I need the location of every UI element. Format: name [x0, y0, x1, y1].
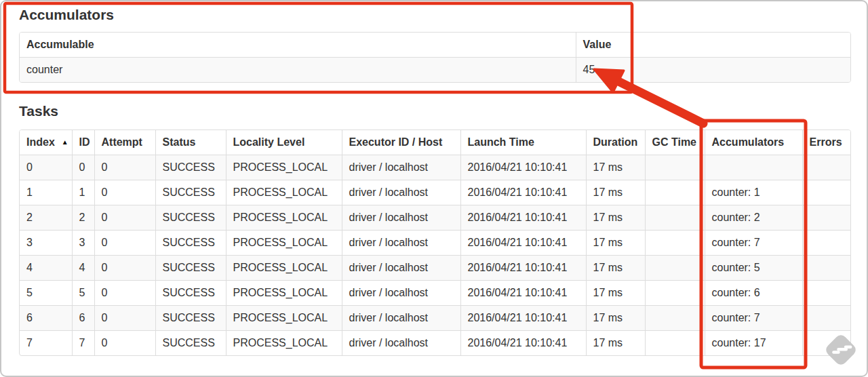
cell-status: SUCCESS	[155, 231, 226, 256]
cell-id: 6	[72, 306, 94, 331]
col-header-id[interactable]: ID	[72, 130, 94, 155]
col-header-errors[interactable]: Errors	[802, 130, 851, 155]
col-header-duration[interactable]: Duration	[586, 130, 645, 155]
cell-locality: PROCESS_LOCAL	[226, 281, 342, 306]
cell-locality: PROCESS_LOCAL	[226, 205, 342, 231]
cell-status: SUCCESS	[155, 256, 226, 281]
cell-launch: 2016/04/21 10:10:41	[460, 180, 586, 205]
col-header-index[interactable]: Index▲	[20, 130, 72, 155]
col-header-value[interactable]: Value	[576, 33, 851, 58]
cell-executor: driver / localhost	[342, 331, 460, 356]
cell-gc	[645, 281, 705, 306]
cell-status: SUCCESS	[155, 306, 226, 331]
cell-index: 7	[20, 331, 72, 356]
cell-status: SUCCESS	[155, 205, 226, 231]
cell-errors	[802, 281, 851, 306]
cell-launch: 2016/04/21 10:10:41	[460, 231, 586, 256]
table-row: 550SUCCESSPROCESS_LOCALdriver / localhos…	[20, 281, 851, 306]
cell-accumulators	[705, 155, 802, 180]
cell-launch: 2016/04/21 10:10:41	[460, 281, 586, 306]
cell-gc	[645, 331, 705, 356]
cell-executor: driver / localhost	[342, 155, 460, 180]
cell-locality: PROCESS_LOCAL	[226, 306, 342, 331]
cell-id: 4	[72, 256, 94, 281]
cell-index: 2	[20, 205, 72, 231]
cell-errors	[802, 155, 851, 180]
tasks-header-row: Index▲ ID Attempt Status Locality Level …	[20, 130, 851, 155]
cell-attempt: 0	[94, 180, 155, 205]
cell-launch: 2016/04/21 10:10:41	[460, 256, 586, 281]
cell-attempt: 0	[94, 205, 155, 231]
cell-status: SUCCESS	[155, 180, 226, 205]
cell-id: 7	[72, 331, 94, 356]
cell-executor: driver / localhost	[342, 306, 460, 331]
col-header-status[interactable]: Status	[155, 130, 226, 155]
cell-duration: 17 ms	[586, 281, 645, 306]
col-header-attempt[interactable]: Attempt	[94, 130, 155, 155]
accumulators-header-row: Accumulable Value	[20, 33, 851, 58]
cell-locality: PROCESS_LOCAL	[226, 155, 342, 180]
cell-index: 1	[20, 180, 72, 205]
cell-index: 6	[20, 306, 72, 331]
cell-status: SUCCESS	[155, 331, 226, 356]
cell-executor: driver / localhost	[342, 256, 460, 281]
cell-index: 0	[20, 155, 72, 180]
cell-gc	[645, 155, 705, 180]
table-row: counter 45	[20, 58, 851, 83]
table-row: 660SUCCESSPROCESS_LOCALdriver / localhos…	[20, 306, 851, 331]
cell-id: 0	[72, 155, 94, 180]
cell-index: 5	[20, 281, 72, 306]
tasks-tbody: 000SUCCESSPROCESS_LOCALdriver / localhos…	[20, 155, 851, 356]
cell-errors	[802, 205, 851, 231]
cell-accumulators: counter: 5	[705, 256, 802, 281]
cell-duration: 17 ms	[586, 155, 645, 180]
cell-errors	[802, 331, 851, 356]
accumulators-heading: Accumulators	[19, 7, 851, 22]
cell-locality: PROCESS_LOCAL	[226, 331, 342, 356]
col-header-accumulators[interactable]: Accumulators	[705, 130, 802, 155]
cell-gc	[645, 180, 705, 205]
cell-attempt: 0	[94, 281, 155, 306]
tasks-table: Index▲ ID Attempt Status Locality Level …	[19, 130, 851, 356]
cell-status: SUCCESS	[155, 281, 226, 306]
sort-ascending-icon: ▲	[62, 138, 68, 146]
cell-duration: 17 ms	[586, 205, 645, 231]
cell-attempt: 0	[94, 306, 155, 331]
cell-duration: 17 ms	[586, 306, 645, 331]
col-header-gc-time[interactable]: GC Time	[645, 130, 705, 155]
table-row: 220SUCCESSPROCESS_LOCALdriver / localhos…	[20, 205, 851, 231]
cell-errors	[802, 256, 851, 281]
col-header-launch-time[interactable]: Launch Time	[460, 130, 586, 155]
cell-gc	[645, 256, 705, 281]
spark-stage-page: Accumulators Accumulable Value counter 4…	[19, 7, 851, 356]
col-header-executor-id-host[interactable]: Executor ID / Host	[342, 130, 460, 155]
cell-duration: 17 ms	[586, 256, 645, 281]
table-row: 110SUCCESSPROCESS_LOCALdriver / localhos…	[20, 180, 851, 205]
cell-executor: driver / localhost	[342, 281, 460, 306]
cell-launch: 2016/04/21 10:10:41	[460, 306, 586, 331]
cell-id: 5	[72, 281, 94, 306]
cell-errors	[802, 306, 851, 331]
table-row: 770SUCCESSPROCESS_LOCALdriver / localhos…	[20, 331, 851, 356]
cell-attempt: 0	[94, 231, 155, 256]
cell-accumulators: counter: 7	[705, 306, 802, 331]
tasks-heading: Tasks	[19, 103, 851, 119]
cell-gc	[645, 306, 705, 331]
cell-launch: 2016/04/21 10:10:41	[460, 205, 586, 231]
cell-id: 1	[72, 180, 94, 205]
cell-executor: driver / localhost	[342, 180, 460, 205]
cell-index: 4	[20, 256, 72, 281]
cell-locality: PROCESS_LOCAL	[226, 256, 342, 281]
cell-errors	[802, 231, 851, 256]
col-header-accumulable[interactable]: Accumulable	[20, 33, 576, 58]
table-row: 330SUCCESSPROCESS_LOCALdriver / localhos…	[20, 231, 851, 256]
cell-executor: driver / localhost	[342, 231, 460, 256]
cell-attempt: 0	[94, 331, 155, 356]
col-header-locality-level[interactable]: Locality Level	[226, 130, 342, 155]
accumulators-table: Accumulable Value counter 45	[19, 32, 851, 83]
cell-gc	[645, 231, 705, 256]
cell-duration: 17 ms	[586, 331, 645, 356]
cell-status: SUCCESS	[155, 155, 226, 180]
cell-accumulators: counter: 2	[705, 205, 802, 231]
cell-accumulators: counter: 17	[705, 331, 802, 356]
